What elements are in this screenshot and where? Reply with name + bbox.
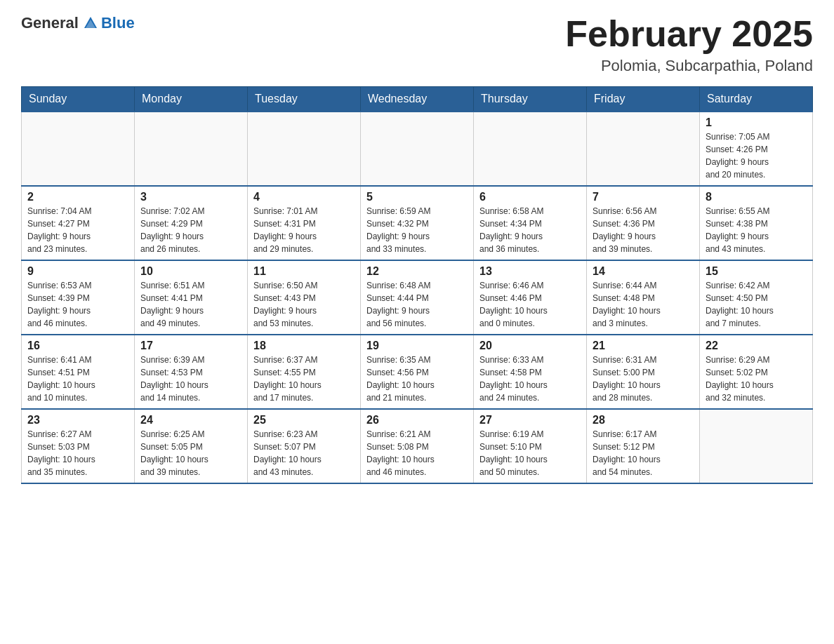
calendar-cell: 17Sunrise: 6:39 AM Sunset: 4:53 PM Dayli… [135,335,248,409]
day-number: 3 [140,191,241,203]
day-info: Sunrise: 7:02 AM Sunset: 4:29 PM Dayligh… [140,205,241,255]
day-info: Sunrise: 6:25 AM Sunset: 5:05 PM Dayligh… [140,428,241,478]
week-row-3: 16Sunrise: 6:41 AM Sunset: 4:51 PM Dayli… [22,335,813,409]
calendar-cell: 27Sunrise: 6:19 AM Sunset: 5:10 PM Dayli… [474,409,587,483]
page-header: General Blue February 2025 Polomia, Subc… [21,14,813,75]
calendar-cell: 8Sunrise: 6:55 AM Sunset: 4:38 PM Daylig… [700,186,813,260]
calendar-cell [22,112,135,186]
calendar-cell: 7Sunrise: 6:56 AM Sunset: 4:36 PM Daylig… [587,186,700,260]
logo-blue-text: Blue [101,14,135,32]
calendar-cell: 21Sunrise: 6:31 AM Sunset: 5:00 PM Dayli… [587,335,700,409]
calendar-cell [700,409,813,483]
calendar-cell: 22Sunrise: 6:29 AM Sunset: 5:02 PM Dayli… [700,335,813,409]
day-number: 6 [479,191,581,203]
day-info: Sunrise: 6:23 AM Sunset: 5:07 PM Dayligh… [253,428,355,478]
day-info: Sunrise: 6:50 AM Sunset: 4:43 PM Dayligh… [253,279,355,330]
week-row-2: 9Sunrise: 6:53 AM Sunset: 4:39 PM Daylig… [22,260,813,335]
day-number: 8 [706,191,807,203]
calendar-cell: 13Sunrise: 6:46 AM Sunset: 4:46 PM Dayli… [474,260,587,335]
calendar-cell: 4Sunrise: 7:01 AM Sunset: 4:31 PM Daylig… [248,186,361,260]
month-title: February 2025 [565,14,813,54]
day-info: Sunrise: 6:19 AM Sunset: 5:10 PM Dayligh… [479,428,581,478]
day-number: 1 [706,116,807,129]
weekday-header-row: SundayMondayTuesdayWednesdayThursdayFrid… [22,87,813,112]
day-info: Sunrise: 6:35 AM Sunset: 4:56 PM Dayligh… [366,354,468,404]
day-number: 16 [27,340,128,352]
day-number: 9 [27,265,128,278]
calendar-cell: 3Sunrise: 7:02 AM Sunset: 4:29 PM Daylig… [135,186,248,260]
day-number: 2 [27,191,128,203]
calendar-table: SundayMondayTuesdayWednesdayThursdayFrid… [21,86,813,484]
week-row-4: 23Sunrise: 6:27 AM Sunset: 5:03 PM Dayli… [22,409,813,483]
day-info: Sunrise: 6:56 AM Sunset: 4:36 PM Dayligh… [593,205,694,255]
day-number: 18 [253,340,355,352]
day-number: 15 [706,265,807,278]
day-info: Sunrise: 6:46 AM Sunset: 4:46 PM Dayligh… [479,279,581,330]
day-info: Sunrise: 6:58 AM Sunset: 4:34 PM Dayligh… [479,205,581,255]
calendar-cell: 2Sunrise: 7:04 AM Sunset: 4:27 PM Daylig… [22,186,135,260]
calendar-cell: 5Sunrise: 6:59 AM Sunset: 4:32 PM Daylig… [361,186,474,260]
calendar-cell: 28Sunrise: 6:17 AM Sunset: 5:12 PM Dayli… [587,409,700,483]
location-title: Polomia, Subcarpathia, Poland [565,57,813,75]
calendar-cell: 16Sunrise: 6:41 AM Sunset: 4:51 PM Dayli… [22,335,135,409]
day-info: Sunrise: 6:39 AM Sunset: 4:53 PM Dayligh… [140,354,241,404]
day-number: 19 [366,340,468,352]
title-block: February 2025 Polomia, Subcarpathia, Pol… [565,14,813,75]
weekday-header-friday: Friday [587,87,700,112]
weekday-header-monday: Monday [135,87,248,112]
week-row-0: 1Sunrise: 7:05 AM Sunset: 4:26 PM Daylig… [22,112,813,186]
calendar-cell: 11Sunrise: 6:50 AM Sunset: 4:43 PM Dayli… [248,260,361,335]
day-number: 11 [253,265,355,278]
calendar-cell: 10Sunrise: 6:51 AM Sunset: 4:41 PM Dayli… [135,260,248,335]
weekday-header-sunday: Sunday [22,87,135,112]
calendar-cell: 18Sunrise: 6:37 AM Sunset: 4:55 PM Dayli… [248,335,361,409]
day-info: Sunrise: 6:42 AM Sunset: 4:50 PM Dayligh… [706,279,807,330]
calendar-cell: 26Sunrise: 6:21 AM Sunset: 5:08 PM Dayli… [361,409,474,483]
calendar-cell: 14Sunrise: 6:44 AM Sunset: 4:48 PM Dayli… [587,260,700,335]
day-number: 14 [593,265,694,278]
calendar-cell [587,112,700,186]
day-info: Sunrise: 7:01 AM Sunset: 4:31 PM Dayligh… [253,205,355,255]
day-number: 28 [593,414,694,427]
day-info: Sunrise: 6:51 AM Sunset: 4:41 PM Dayligh… [140,279,241,330]
calendar-cell: 24Sunrise: 6:25 AM Sunset: 5:05 PM Dayli… [135,409,248,483]
day-info: Sunrise: 6:48 AM Sunset: 4:44 PM Dayligh… [366,279,468,330]
day-info: Sunrise: 6:27 AM Sunset: 5:03 PM Dayligh… [27,428,128,478]
logo: General Blue [21,14,135,32]
day-info: Sunrise: 6:21 AM Sunset: 5:08 PM Dayligh… [366,428,468,478]
day-number: 22 [706,340,807,352]
day-number: 25 [253,414,355,427]
day-info: Sunrise: 7:05 AM Sunset: 4:26 PM Dayligh… [706,130,807,181]
day-number: 23 [27,414,128,427]
weekday-header-saturday: Saturday [700,87,813,112]
day-info: Sunrise: 6:31 AM Sunset: 5:00 PM Dayligh… [593,354,694,404]
day-info: Sunrise: 6:29 AM Sunset: 5:02 PM Dayligh… [706,354,807,404]
day-number: 4 [253,191,355,203]
day-info: Sunrise: 7:04 AM Sunset: 4:27 PM Dayligh… [27,205,128,255]
calendar-cell: 23Sunrise: 6:27 AM Sunset: 5:03 PM Dayli… [22,409,135,483]
day-number: 12 [366,265,468,278]
day-number: 10 [140,265,241,278]
calendar-cell [135,112,248,186]
calendar-cell: 19Sunrise: 6:35 AM Sunset: 4:56 PM Dayli… [361,335,474,409]
day-info: Sunrise: 6:59 AM Sunset: 4:32 PM Dayligh… [366,205,468,255]
calendar-cell: 6Sunrise: 6:58 AM Sunset: 4:34 PM Daylig… [474,186,587,260]
day-number: 17 [140,340,241,352]
weekday-header-wednesday: Wednesday [361,87,474,112]
day-info: Sunrise: 6:41 AM Sunset: 4:51 PM Dayligh… [27,354,128,404]
day-number: 26 [366,414,468,427]
weekday-header-thursday: Thursday [474,87,587,112]
logo-icon [83,15,98,31]
day-number: 5 [366,191,468,203]
day-number: 24 [140,414,241,427]
calendar-cell: 1Sunrise: 7:05 AM Sunset: 4:26 PM Daylig… [700,112,813,186]
calendar-cell: 12Sunrise: 6:48 AM Sunset: 4:44 PM Dayli… [361,260,474,335]
calendar-cell [248,112,361,186]
day-number: 27 [479,414,581,427]
calendar-cell [474,112,587,186]
day-number: 20 [479,340,581,352]
calendar-cell: 25Sunrise: 6:23 AM Sunset: 5:07 PM Dayli… [248,409,361,483]
day-info: Sunrise: 6:44 AM Sunset: 4:48 PM Dayligh… [593,279,694,330]
calendar-cell: 9Sunrise: 6:53 AM Sunset: 4:39 PM Daylig… [22,260,135,335]
logo-general-text: General [21,14,79,32]
